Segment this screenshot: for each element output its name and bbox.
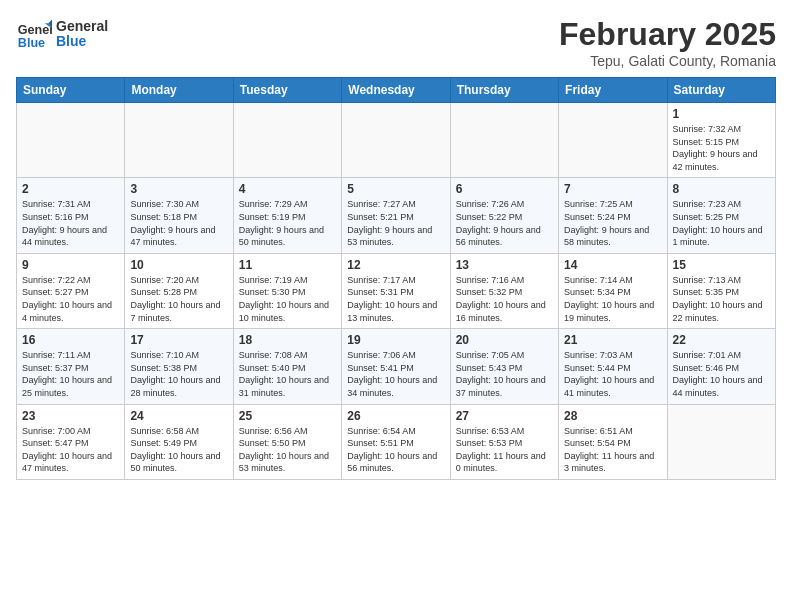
day-info: Sunrise: 7:22 AM Sunset: 5:27 PM Dayligh… [22, 274, 119, 324]
weekday-header-sunday: Sunday [17, 78, 125, 103]
day-info: Sunrise: 7:19 AM Sunset: 5:30 PM Dayligh… [239, 274, 336, 324]
calendar-cell [559, 103, 667, 178]
day-info: Sunrise: 7:16 AM Sunset: 5:32 PM Dayligh… [456, 274, 553, 324]
calendar-cell: 22Sunrise: 7:01 AM Sunset: 5:46 PM Dayli… [667, 329, 775, 404]
page-header: General Blue General Blue February 2025 … [16, 16, 776, 69]
day-number: 16 [22, 333, 119, 347]
day-number: 23 [22, 409, 119, 423]
day-number: 4 [239, 182, 336, 196]
day-number: 11 [239, 258, 336, 272]
calendar-cell: 11Sunrise: 7:19 AM Sunset: 5:30 PM Dayli… [233, 253, 341, 328]
day-info: Sunrise: 7:05 AM Sunset: 5:43 PM Dayligh… [456, 349, 553, 399]
day-number: 1 [673, 107, 770, 121]
calendar-table: SundayMondayTuesdayWednesdayThursdayFrid… [16, 77, 776, 480]
calendar-cell: 7Sunrise: 7:25 AM Sunset: 5:24 PM Daylig… [559, 178, 667, 253]
day-info: Sunrise: 6:51 AM Sunset: 5:54 PM Dayligh… [564, 425, 661, 475]
day-number: 22 [673, 333, 770, 347]
calendar-week-1: 1Sunrise: 7:32 AM Sunset: 5:15 PM Daylig… [17, 103, 776, 178]
calendar-cell: 25Sunrise: 6:56 AM Sunset: 5:50 PM Dayli… [233, 404, 341, 479]
day-number: 26 [347, 409, 444, 423]
calendar-cell: 14Sunrise: 7:14 AM Sunset: 5:34 PM Dayli… [559, 253, 667, 328]
location: Tepu, Galati County, Romania [559, 53, 776, 69]
logo-wordmark: General Blue [56, 19, 108, 50]
logo: General Blue General Blue [16, 16, 108, 52]
calendar-cell: 8Sunrise: 7:23 AM Sunset: 5:25 PM Daylig… [667, 178, 775, 253]
day-info: Sunrise: 7:00 AM Sunset: 5:47 PM Dayligh… [22, 425, 119, 475]
calendar-cell: 18Sunrise: 7:08 AM Sunset: 5:40 PM Dayli… [233, 329, 341, 404]
calendar-cell [342, 103, 450, 178]
day-info: Sunrise: 7:32 AM Sunset: 5:15 PM Dayligh… [673, 123, 770, 173]
calendar-cell: 4Sunrise: 7:29 AM Sunset: 5:19 PM Daylig… [233, 178, 341, 253]
day-info: Sunrise: 6:56 AM Sunset: 5:50 PM Dayligh… [239, 425, 336, 475]
day-info: Sunrise: 7:11 AM Sunset: 5:37 PM Dayligh… [22, 349, 119, 399]
weekday-header-thursday: Thursday [450, 78, 558, 103]
day-info: Sunrise: 7:06 AM Sunset: 5:41 PM Dayligh… [347, 349, 444, 399]
day-number: 20 [456, 333, 553, 347]
day-info: Sunrise: 6:54 AM Sunset: 5:51 PM Dayligh… [347, 425, 444, 475]
calendar-cell: 24Sunrise: 6:58 AM Sunset: 5:49 PM Dayli… [125, 404, 233, 479]
weekday-header-saturday: Saturday [667, 78, 775, 103]
day-info: Sunrise: 7:31 AM Sunset: 5:16 PM Dayligh… [22, 198, 119, 248]
calendar-cell [125, 103, 233, 178]
calendar-cell: 10Sunrise: 7:20 AM Sunset: 5:28 PM Dayli… [125, 253, 233, 328]
day-number: 13 [456, 258, 553, 272]
weekday-header-friday: Friday [559, 78, 667, 103]
calendar-cell: 9Sunrise: 7:22 AM Sunset: 5:27 PM Daylig… [17, 253, 125, 328]
day-number: 15 [673, 258, 770, 272]
calendar-cell: 2Sunrise: 7:31 AM Sunset: 5:16 PM Daylig… [17, 178, 125, 253]
calendar-week-4: 16Sunrise: 7:11 AM Sunset: 5:37 PM Dayli… [17, 329, 776, 404]
calendar-cell: 27Sunrise: 6:53 AM Sunset: 5:53 PM Dayli… [450, 404, 558, 479]
calendar-cell: 13Sunrise: 7:16 AM Sunset: 5:32 PM Dayli… [450, 253, 558, 328]
day-number: 3 [130, 182, 227, 196]
day-number: 5 [347, 182, 444, 196]
calendar-cell: 6Sunrise: 7:26 AM Sunset: 5:22 PM Daylig… [450, 178, 558, 253]
day-number: 9 [22, 258, 119, 272]
day-info: Sunrise: 7:13 AM Sunset: 5:35 PM Dayligh… [673, 274, 770, 324]
svg-text:Blue: Blue [18, 36, 45, 50]
calendar-cell: 20Sunrise: 7:05 AM Sunset: 5:43 PM Dayli… [450, 329, 558, 404]
day-info: Sunrise: 7:17 AM Sunset: 5:31 PM Dayligh… [347, 274, 444, 324]
day-number: 27 [456, 409, 553, 423]
day-number: 12 [347, 258, 444, 272]
day-number: 7 [564, 182, 661, 196]
day-info: Sunrise: 7:27 AM Sunset: 5:21 PM Dayligh… [347, 198, 444, 248]
calendar-cell: 23Sunrise: 7:00 AM Sunset: 5:47 PM Dayli… [17, 404, 125, 479]
day-info: Sunrise: 7:14 AM Sunset: 5:34 PM Dayligh… [564, 274, 661, 324]
day-number: 14 [564, 258, 661, 272]
day-number: 2 [22, 182, 119, 196]
logo-icon: General Blue [16, 16, 52, 52]
calendar-cell: 1Sunrise: 7:32 AM Sunset: 5:15 PM Daylig… [667, 103, 775, 178]
day-number: 8 [673, 182, 770, 196]
day-number: 10 [130, 258, 227, 272]
calendar-header: SundayMondayTuesdayWednesdayThursdayFrid… [17, 78, 776, 103]
day-number: 24 [130, 409, 227, 423]
calendar-cell: 19Sunrise: 7:06 AM Sunset: 5:41 PM Dayli… [342, 329, 450, 404]
calendar-cell [667, 404, 775, 479]
day-info: Sunrise: 7:26 AM Sunset: 5:22 PM Dayligh… [456, 198, 553, 248]
day-info: Sunrise: 6:58 AM Sunset: 5:49 PM Dayligh… [130, 425, 227, 475]
day-number: 17 [130, 333, 227, 347]
day-info: Sunrise: 7:30 AM Sunset: 5:18 PM Dayligh… [130, 198, 227, 248]
day-info: Sunrise: 6:53 AM Sunset: 5:53 PM Dayligh… [456, 425, 553, 475]
calendar-cell: 3Sunrise: 7:30 AM Sunset: 5:18 PM Daylig… [125, 178, 233, 253]
day-info: Sunrise: 7:01 AM Sunset: 5:46 PM Dayligh… [673, 349, 770, 399]
calendar-cell: 16Sunrise: 7:11 AM Sunset: 5:37 PM Dayli… [17, 329, 125, 404]
day-info: Sunrise: 7:03 AM Sunset: 5:44 PM Dayligh… [564, 349, 661, 399]
calendar-week-3: 9Sunrise: 7:22 AM Sunset: 5:27 PM Daylig… [17, 253, 776, 328]
weekday-header-tuesday: Tuesday [233, 78, 341, 103]
weekday-header-row: SundayMondayTuesdayWednesdayThursdayFrid… [17, 78, 776, 103]
day-number: 28 [564, 409, 661, 423]
calendar-cell: 26Sunrise: 6:54 AM Sunset: 5:51 PM Dayli… [342, 404, 450, 479]
calendar-cell [17, 103, 125, 178]
calendar-cell: 5Sunrise: 7:27 AM Sunset: 5:21 PM Daylig… [342, 178, 450, 253]
calendar-cell: 17Sunrise: 7:10 AM Sunset: 5:38 PM Dayli… [125, 329, 233, 404]
calendar-cell [450, 103, 558, 178]
calendar-cell: 21Sunrise: 7:03 AM Sunset: 5:44 PM Dayli… [559, 329, 667, 404]
day-number: 21 [564, 333, 661, 347]
calendar-cell: 12Sunrise: 7:17 AM Sunset: 5:31 PM Dayli… [342, 253, 450, 328]
day-number: 25 [239, 409, 336, 423]
weekday-header-wednesday: Wednesday [342, 78, 450, 103]
day-number: 6 [456, 182, 553, 196]
month-title: February 2025 [559, 16, 776, 53]
calendar-week-2: 2Sunrise: 7:31 AM Sunset: 5:16 PM Daylig… [17, 178, 776, 253]
